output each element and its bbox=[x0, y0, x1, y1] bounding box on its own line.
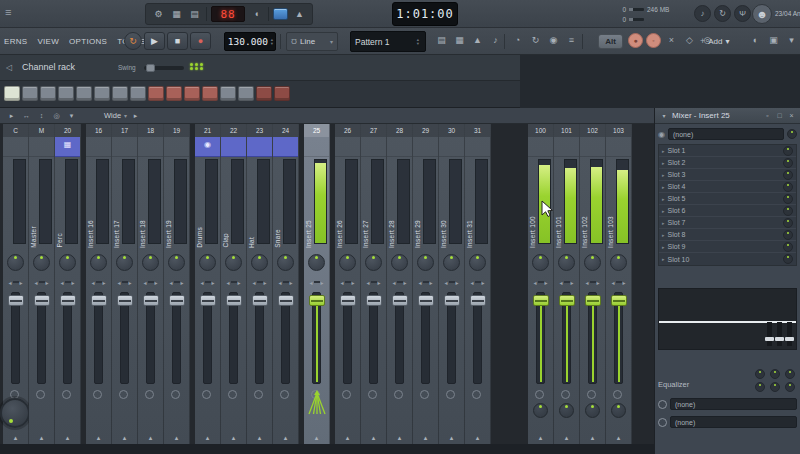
rack-display-icon[interactable]: ◁ bbox=[6, 63, 12, 72]
misc-tool-icon[interactable]: ▣ bbox=[766, 33, 781, 48]
track-name[interactable]: Insert 26 bbox=[336, 220, 343, 248]
stereo-separation-control[interactable]: ◂▸ bbox=[3, 274, 28, 290]
typing-piano-icon[interactable]: ♪ bbox=[694, 5, 711, 22]
stereo-separation-control[interactable]: ◂▸ bbox=[29, 274, 54, 290]
volume-fader[interactable] bbox=[444, 295, 460, 306]
fx-slot[interactable]: ▸ Slot 6 bbox=[659, 205, 796, 217]
swing-slider[interactable] bbox=[144, 66, 184, 70]
tempo-value[interactable]: 130.000 bbox=[225, 36, 271, 47]
track-knob[interactable] bbox=[533, 403, 548, 418]
track-number[interactable]: 17 bbox=[112, 124, 137, 137]
mic-icon[interactable]: Ψ bbox=[734, 5, 751, 22]
record-arm-button[interactable] bbox=[394, 390, 403, 399]
record-arm-button[interactable] bbox=[119, 390, 128, 399]
pan-knob[interactable] bbox=[59, 254, 76, 271]
track-color-cap[interactable]: ◉ bbox=[195, 137, 220, 157]
pan-knob[interactable] bbox=[532, 254, 549, 271]
stereo-separation-control[interactable]: ◂▸ bbox=[528, 274, 553, 290]
fx-slot[interactable]: ▸ Slot 5 bbox=[659, 193, 796, 205]
pan-knob[interactable] bbox=[7, 254, 24, 271]
track-number[interactable]: 31 bbox=[465, 124, 490, 137]
mini-fader[interactable] bbox=[777, 322, 782, 346]
eq-freq-knob[interactable] bbox=[770, 382, 780, 392]
eq-band-knob[interactable] bbox=[785, 369, 795, 379]
song-mode-icon[interactable]: ▤ bbox=[434, 33, 449, 48]
track-name[interactable]: Insert 28 bbox=[388, 220, 395, 248]
track-number[interactable]: 100 bbox=[528, 124, 553, 137]
track-color-cap[interactable] bbox=[554, 137, 579, 157]
pan-knob[interactable] bbox=[90, 254, 107, 271]
track-options-arrow[interactable]: ▴ bbox=[528, 434, 553, 442]
volume-fader[interactable] bbox=[366, 295, 382, 306]
mixer-scroll-right-icon[interactable]: ▸ bbox=[129, 109, 142, 122]
slot-mix-knob[interactable] bbox=[783, 206, 793, 216]
volume-fader[interactable] bbox=[309, 295, 325, 306]
pan-knob[interactable] bbox=[417, 254, 434, 271]
slot-mix-knob[interactable] bbox=[783, 170, 793, 180]
track-name[interactable]: Insert 101 bbox=[555, 216, 562, 248]
pan-knob[interactable] bbox=[277, 254, 294, 271]
record-arm-button[interactable] bbox=[202, 390, 211, 399]
track-options-arrow[interactable]: ▴ bbox=[606, 434, 631, 442]
track-name-zone[interactable]: Master bbox=[29, 157, 54, 250]
track-options-arrow[interactable]: ▴ bbox=[273, 434, 298, 442]
track-name-zone[interactable]: Insert 16 bbox=[86, 157, 111, 250]
track-options-arrow[interactable]: ▴ bbox=[3, 434, 28, 442]
volume-fader[interactable] bbox=[117, 295, 133, 306]
pan-knob[interactable] bbox=[225, 254, 242, 271]
track-color-cap[interactable] bbox=[606, 137, 631, 157]
track-options-arrow[interactable]: ▴ bbox=[361, 434, 386, 442]
track-options-arrow[interactable]: ▴ bbox=[439, 434, 464, 442]
track-color-cap[interactable] bbox=[304, 137, 329, 157]
record-arm-button[interactable] bbox=[613, 390, 622, 399]
pattern-spinner[interactable]: ▴▾ bbox=[417, 38, 421, 46]
track-knob[interactable] bbox=[585, 403, 600, 418]
maximize-icon[interactable]: □ bbox=[775, 110, 784, 121]
track-color-cap[interactable] bbox=[138, 137, 163, 157]
volume-fader[interactable] bbox=[226, 295, 242, 306]
channel-button[interactable] bbox=[184, 86, 200, 101]
mixer-menu-icon[interactable]: ▸ bbox=[5, 109, 18, 122]
track-number[interactable]: 28 bbox=[387, 124, 412, 137]
pan-knob[interactable] bbox=[308, 254, 325, 271]
pan-knob[interactable] bbox=[610, 254, 627, 271]
track-color-cap[interactable] bbox=[247, 137, 272, 157]
channel-button[interactable] bbox=[112, 86, 128, 101]
slot-mix-knob[interactable] bbox=[783, 254, 793, 264]
pan-knob[interactable] bbox=[339, 254, 356, 271]
user-avatar[interactable]: ☻ bbox=[752, 4, 772, 24]
wait-input-icon[interactable]: ♪ bbox=[488, 33, 503, 48]
track-name-zone[interactable]: Insert 29 bbox=[413, 157, 438, 250]
loop-toggle-icon[interactable]: ↻ bbox=[528, 33, 543, 48]
record-button[interactable]: ● bbox=[190, 32, 211, 50]
eq-band-knob[interactable] bbox=[770, 369, 780, 379]
track-name-zone[interactable]: Insert 26 bbox=[335, 157, 360, 250]
speaker-icon[interactable]: ◖ bbox=[249, 7, 264, 22]
mixer-track-strip[interactable]: 102 Insert 102 ◂▸ ▴ bbox=[580, 124, 606, 444]
track-color-cap[interactable] bbox=[221, 137, 246, 157]
track-name[interactable]: Insert 29 bbox=[414, 220, 421, 248]
record-arm-button[interactable] bbox=[587, 390, 596, 399]
track-color-cap[interactable] bbox=[413, 137, 438, 157]
record-arm-button[interactable] bbox=[420, 390, 429, 399]
track-name[interactable]: Insert 30 bbox=[440, 220, 447, 248]
mixer-track-strip[interactable]: M Master ◂▸ ▴ bbox=[29, 124, 55, 444]
channel-button[interactable] bbox=[274, 86, 290, 101]
channel-button[interactable] bbox=[238, 86, 254, 101]
stereo-separation-control[interactable]: ◂▸ bbox=[361, 274, 386, 290]
stereo-separation-control[interactable]: ◂▸ bbox=[439, 274, 464, 290]
mixer-track-strip[interactable]: 100 Insert 100 ◂▸ ▴ bbox=[528, 124, 554, 444]
mixer-track-strip[interactable]: 18 Insert 18 ◂▸ ▴ bbox=[138, 124, 164, 444]
track-options-arrow[interactable]: ▴ bbox=[86, 434, 111, 442]
mixer-track-strip[interactable]: 30 Insert 30 ◂▸ ▴ bbox=[439, 124, 465, 444]
track-number[interactable]: 29 bbox=[413, 124, 438, 137]
mixer-track-strip[interactable]: 19 Insert 19 ◂▸ ▴ bbox=[164, 124, 190, 444]
record-arm-button[interactable] bbox=[535, 390, 544, 399]
channel-button[interactable] bbox=[130, 86, 146, 101]
fx-slot[interactable]: ▸ Slot 7 bbox=[659, 217, 796, 229]
track-number[interactable]: M bbox=[29, 124, 54, 137]
slot-mix-knob[interactable] bbox=[783, 158, 793, 168]
track-knob[interactable] bbox=[559, 403, 574, 418]
stereo-separation-control[interactable]: ◂▸ bbox=[465, 274, 490, 290]
track-color-cap[interactable] bbox=[164, 137, 189, 157]
